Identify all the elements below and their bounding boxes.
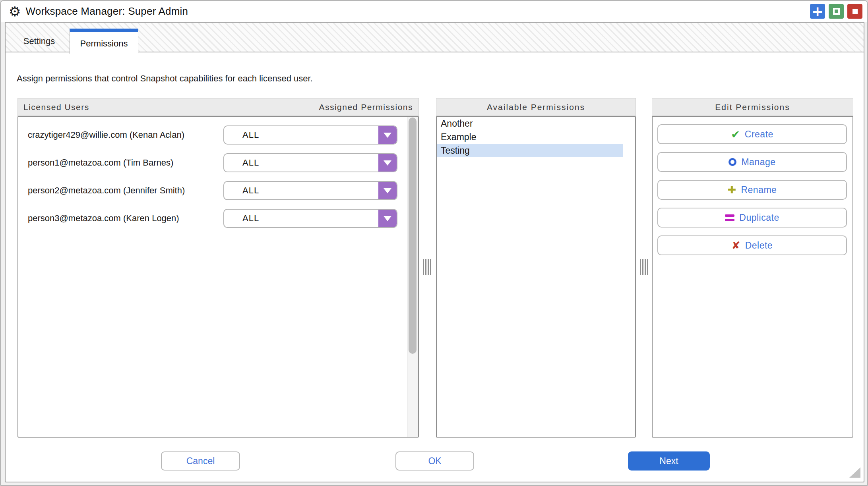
rename-button[interactable]: ✚ Rename [657,180,847,200]
delete-button[interactable]: ✘ Delete [657,235,847,255]
licensed-users-title: Licensed Users [23,102,89,112]
assigned-permission-dropdown[interactable]: ALL [223,153,397,172]
user-row: person2@metazoa.com (Jennifer Smith) ALL [18,181,418,200]
available-permissions-title: Available Permissions [487,102,585,112]
plus-icon: ✚ [728,185,736,195]
scrollbar-thumb[interactable] [409,118,417,354]
dropdown-value: ALL [224,182,378,199]
ok-button[interactable]: OK [395,451,474,471]
user-row: person1@metazoa.com (Tim Barnes) ALL [18,153,418,172]
edit-permissions-panel: Edit Permissions ✔ Create Manage ✚ Renam… [652,98,853,438]
licensed-users-panel: Licensed Users Assigned Permissions craz… [17,98,419,438]
create-button-label: Create [745,129,773,140]
dropdown-value: ALL [224,126,378,144]
assigned-permissions-title: Assigned Permissions [319,102,413,112]
maximize-icon [833,8,840,15]
tab-permissions[interactable]: Permissions [70,29,138,54]
user-label: person1@metazoa.com (Tim Barnes) [28,158,173,168]
window-add-button[interactable]: + [810,4,825,19]
list-item[interactable]: Example [437,130,623,144]
user-label: person2@metazoa.com (Jennifer Smith) [28,185,185,196]
dropdown-arrow-button[interactable] [378,154,397,172]
duplicate-button-label: Duplicate [739,212,779,223]
window-controls: + [810,4,862,19]
x-icon: ✘ [732,240,740,251]
available-permissions-header: Available Permissions [436,98,636,116]
list-item-selected[interactable]: Testing [437,144,623,157]
dropdown-arrow-button[interactable] [378,182,397,199]
grip-bar [423,259,424,275]
licensed-users-list: crazytiger429@willie.com (Kenan Aclan) A… [17,116,419,438]
edit-permissions-title: Edit Permissions [715,102,790,112]
tab-strip: Settings Permissions [6,23,864,52]
splitter-grip[interactable] [422,259,432,275]
circle-icon [728,158,736,166]
check-icon: ✔ [731,129,740,140]
assigned-permission-dropdown[interactable]: ALL [223,125,397,145]
window-title: Workspace Manager: Super Admin [25,5,188,17]
ok-button-label: OK [428,456,441,467]
manage-button-label: Manage [741,157,775,168]
window-close-button[interactable] [847,4,862,19]
available-permissions-panel: Available Permissions Another Example Te… [436,98,636,438]
close-icon [852,9,858,14]
grip-bar [425,259,426,275]
resize-grip[interactable] [849,467,860,478]
rename-button-label: Rename [741,185,777,195]
available-permissions-list: Another Example Testing [436,116,636,438]
tab-settings-label: Settings [23,36,55,46]
dropdown-value: ALL [224,210,378,227]
permission-items: Another Example Testing [437,117,623,437]
vertical-scrollbar[interactable] [623,117,635,437]
cancel-button[interactable]: Cancel [161,451,240,471]
content-panel: Settings Permissions Assign permissions … [5,22,864,482]
gear-icon: ⚙ [9,5,21,18]
next-button-label: Next [659,456,678,467]
workspace-manager-window: ⚙ Workspace Manager: Super Admin + Setti… [0,0,868,486]
equals-icon [725,214,734,221]
licensed-users-header: Licensed Users Assigned Permissions [17,98,419,116]
dropdown-arrow-button[interactable] [378,126,397,144]
edit-permissions-header: Edit Permissions [652,98,853,116]
manage-button[interactable]: Manage [657,152,847,172]
grip-bar [642,259,643,275]
grip-bar [645,259,646,275]
assigned-permission-dropdown[interactable]: ALL [223,209,397,228]
splitter-grip[interactable] [639,259,649,275]
plus-icon: + [812,6,823,17]
edit-permissions-body: ✔ Create Manage ✚ Rename Duplicate ✘ [652,116,853,438]
tab-permissions-label: Permissions [80,39,128,49]
chevron-down-icon [384,160,391,166]
user-row: crazytiger429@willie.com (Kenan Aclan) A… [18,125,418,145]
grip-bar [430,259,431,275]
user-label: crazytiger429@willie.com (Kenan Aclan) [28,130,184,140]
title-bar: ⚙ Workspace Manager: Super Admin + [1,1,867,22]
window-maximize-button[interactable] [829,4,844,19]
delete-button-label: Delete [745,240,773,251]
vertical-scrollbar[interactable] [407,117,418,437]
dropdown-arrow-button[interactable] [378,210,397,227]
chevron-down-icon [384,216,391,221]
list-item[interactable]: Another [437,117,623,130]
dropdown-value: ALL [224,154,378,172]
tab-settings[interactable]: Settings [6,23,73,52]
grip-bar [428,259,429,275]
user-label: person3@metazoa.com (Karen Logen) [28,213,179,224]
create-button[interactable]: ✔ Create [657,124,847,144]
chevron-down-icon [384,188,391,193]
grip-bar [640,259,641,275]
chevron-down-icon [384,133,391,138]
next-button[interactable]: Next [628,451,710,471]
grip-bar [647,259,648,275]
page-description: Assign permissions that control Snapshot… [17,73,313,84]
assigned-permission-dropdown[interactable]: ALL [223,181,397,200]
cancel-button-label: Cancel [186,456,215,467]
duplicate-button[interactable]: Duplicate [657,208,847,228]
user-row: person3@metazoa.com (Karen Logen) ALL [18,209,418,228]
